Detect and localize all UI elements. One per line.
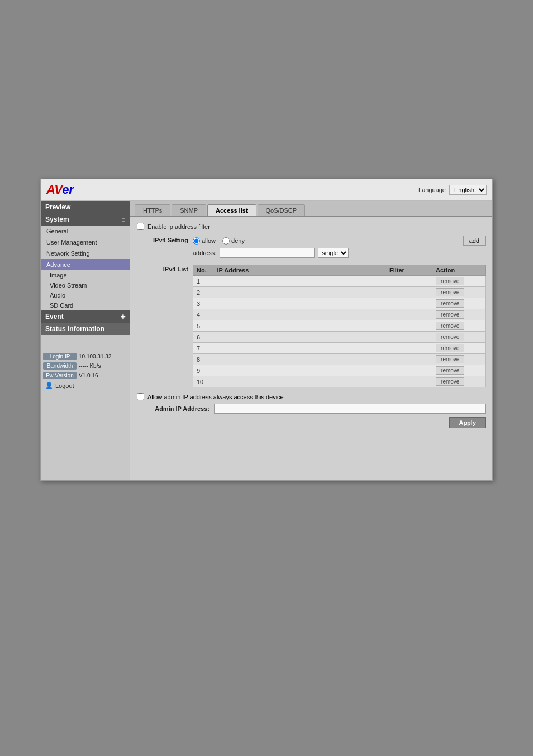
cell-action: remove: [432, 376, 486, 387]
tab-access-list[interactable]: Access list: [207, 204, 256, 216]
remove-button[interactable]: remove: [436, 366, 464, 375]
table-row: 1remove: [193, 276, 486, 287]
event-expand-icon: ✚: [121, 314, 125, 320]
remove-button[interactable]: remove: [436, 377, 464, 386]
sidebar-event[interactable]: Event ✚: [41, 310, 130, 323]
remove-button[interactable]: remove: [436, 288, 464, 296]
cell-no: 4: [193, 309, 213, 320]
cell-ip: [213, 309, 386, 320]
cell-no: 10: [193, 376, 213, 387]
apply-button[interactable]: Apply: [449, 417, 486, 428]
cell-no: 6: [193, 332, 213, 343]
ipv4-list-label: IPv4 List: [137, 265, 193, 387]
bandwidth-label: Bandwidth: [43, 362, 77, 370]
table-row: 6remove: [193, 332, 486, 343]
apply-row: Apply: [137, 417, 486, 428]
cell-no: 5: [193, 320, 213, 332]
sidebar-system[interactable]: System □: [41, 213, 130, 226]
bandwidth-value: ----- Kb/s: [79, 363, 101, 369]
enable-filter-row: Enable ip address filter: [137, 223, 486, 230]
filter-type-select[interactable]: single range mask: [318, 248, 349, 258]
sidebar-sub-audio[interactable]: Audio: [41, 290, 130, 300]
remove-button[interactable]: remove: [436, 299, 464, 308]
sidebar-status[interactable]: Status Information: [41, 323, 130, 335]
system-collapse-icon: □: [122, 217, 125, 223]
language-select[interactable]: English: [449, 185, 487, 195]
radio-allow[interactable]: allow: [193, 237, 216, 245]
admin-allow-label: Allow admin IP address always access thi…: [147, 394, 284, 400]
cell-filter: [386, 287, 432, 298]
radio-deny-input[interactable]: [222, 237, 230, 245]
cell-action: remove: [432, 309, 486, 320]
logout-row[interactable]: 👤 Logout: [41, 380, 130, 391]
cell-ip: [213, 287, 386, 298]
enable-filter-label: Enable ip address filter: [147, 223, 210, 230]
radio-deny[interactable]: deny: [222, 237, 245, 245]
sidebar-preview[interactable]: Preview: [41, 201, 130, 213]
cell-action: remove: [432, 343, 486, 354]
cell-filter: [386, 276, 432, 287]
sidebar-sub-video-stream[interactable]: Video Stream: [41, 280, 130, 290]
remove-button[interactable]: remove: [436, 344, 464, 352]
admin-allow-checkbox[interactable]: [137, 393, 144, 400]
person-icon: 👤: [45, 382, 53, 389]
cell-filter: [386, 298, 432, 309]
sidebar: Preview System □ General User Management…: [41, 201, 130, 480]
enable-filter-checkbox[interactable]: [137, 223, 144, 230]
table-row: 8remove: [193, 354, 486, 365]
cell-ip: [213, 276, 386, 287]
logout-text: Logout: [55, 382, 74, 389]
cell-filter: [386, 376, 432, 387]
sidebar-item-advance[interactable]: Advance: [41, 259, 130, 270]
login-ip-row: Login IP 10.100.31.32: [41, 352, 130, 361]
content-body: Enable ip address filter IPv4 Setting al…: [130, 217, 492, 434]
remove-button[interactable]: remove: [436, 277, 464, 285]
radio-row: allow deny add: [193, 236, 486, 246]
address-input[interactable]: [220, 248, 315, 258]
fw-version-row: Fw Version V1.0.16: [41, 371, 130, 380]
header-right: Language English: [418, 185, 487, 195]
cell-ip: [213, 365, 386, 376]
admin-ip-input[interactable]: [214, 404, 486, 414]
radio-allow-input[interactable]: [193, 237, 200, 245]
admin-section: Allow admin IP address always access thi…: [137, 393, 486, 428]
tab-https[interactable]: HTTPs: [135, 204, 170, 216]
cell-filter: [386, 365, 432, 376]
cell-ip: [213, 354, 386, 365]
col-action: Action: [432, 265, 486, 276]
tab-qos-dscp[interactable]: QoS/DSCP: [258, 204, 306, 216]
col-filter: Filter: [386, 265, 432, 276]
add-button[interactable]: add: [463, 236, 486, 246]
tab-snmp[interactable]: SNMP: [172, 204, 206, 216]
ipv4-setting-section: IPv4 Setting allow deny add: [137, 236, 486, 260]
cell-ip: [213, 320, 386, 332]
fw-version-value: V1.0.16: [79, 372, 98, 379]
cell-ip: [213, 298, 386, 309]
address-row: address: single range mask: [193, 248, 486, 258]
cell-ip: [213, 332, 386, 343]
table-row: 4remove: [193, 309, 486, 320]
table-row: 5remove: [193, 320, 486, 332]
remove-button[interactable]: remove: [436, 333, 464, 341]
remove-button[interactable]: remove: [436, 355, 464, 363]
sidebar-item-general[interactable]: General: [41, 226, 130, 237]
app-header: AVer Language English: [41, 179, 492, 201]
cell-no: 3: [193, 298, 213, 309]
language-label: Language: [418, 186, 446, 193]
cell-no: 8: [193, 354, 213, 365]
remove-button[interactable]: remove: [436, 322, 464, 330]
remove-button[interactable]: remove: [436, 310, 464, 319]
cell-action: remove: [432, 320, 486, 332]
sidebar-sub-sdcard[interactable]: SD Card: [41, 300, 130, 310]
cell-ip: [213, 376, 386, 387]
table-row: 7remove: [193, 343, 486, 354]
cell-no: 1: [193, 276, 213, 287]
sidebar-item-user-management[interactable]: User Management: [41, 237, 130, 248]
cell-no: 7: [193, 343, 213, 354]
sidebar-sub-image[interactable]: Image: [41, 270, 130, 280]
logo-er: er: [62, 183, 74, 197]
table-row: 9remove: [193, 365, 486, 376]
sidebar-item-network-setting[interactable]: Network Setting: [41, 248, 130, 259]
cell-filter: [386, 332, 432, 343]
table-row: 3remove: [193, 298, 486, 309]
